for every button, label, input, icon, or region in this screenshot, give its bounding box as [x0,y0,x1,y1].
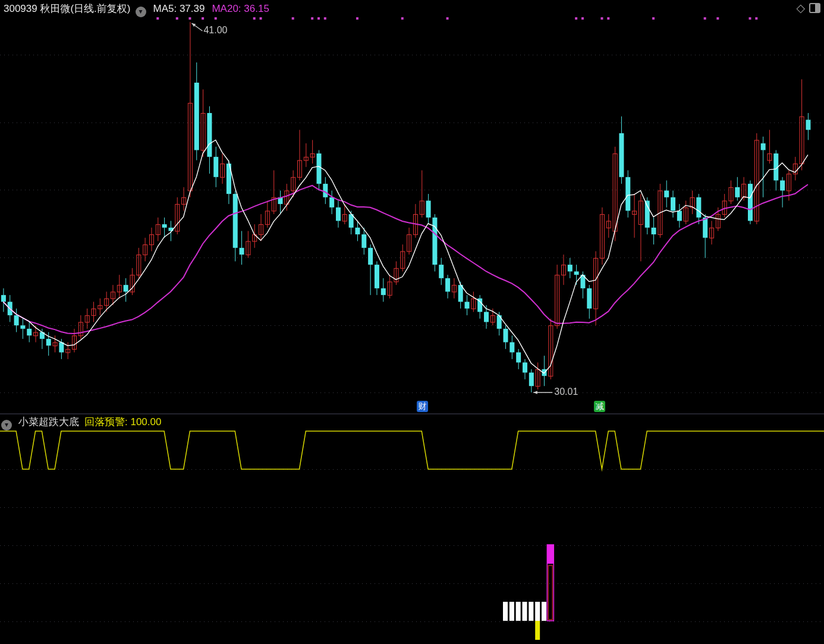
chevron-down-icon[interactable]: ▾ [136,7,146,17]
ma5-label: MA5: 37.39 [153,3,205,14]
chart-canvas[interactable] [0,0,824,644]
symbol-title[interactable]: 300939 秋田微(日线.前复权) [4,3,131,14]
split-panel-icon-fill [815,4,819,12]
indicator-header: ▾小菜超跌大底回落预警: 100.00 [1,415,161,431]
event-badge-reduction[interactable]: 减 [594,401,605,412]
ma20-label: MA20: 36.15 [212,3,269,14]
indicator-title[interactable]: 小菜超跌大底 [18,416,79,428]
diamond-icon[interactable]: ◇ [796,2,805,14]
price-header: 300939 秋田微(日线.前复权)▾MA5: 37.39MA20: 36.15 [4,2,269,17]
chevron-down-icon[interactable]: ▾ [1,420,12,431]
event-badge-finance[interactable]: 财 [417,401,428,412]
high-annotation: 41.00 [203,25,227,36]
low-annotation: 30.01 [554,387,578,397]
split-panel-icon[interactable] [809,3,820,13]
indicator-alert-value: 回落预警: 100.00 [84,416,161,428]
header-toolbar: ◇ [796,2,820,14]
stock-chart-app: 300939 秋田微(日线.前复权)▾MA5: 37.39MA20: 36.15… [0,0,824,644]
